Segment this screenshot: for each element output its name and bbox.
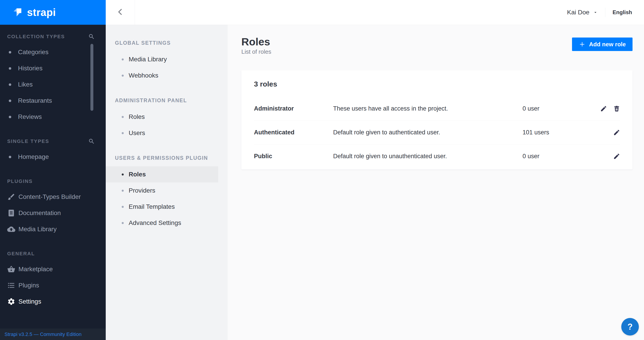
language-button[interactable]: English — [612, 9, 632, 15]
search-icon[interactable] — [88, 138, 95, 145]
settings-item-label: Users — [129, 129, 145, 137]
sidebar-item-label: Histories — [18, 65, 42, 72]
bullet-icon — [9, 67, 11, 70]
main-sidebar: strapi COLLECTION TYPESCategoriesHistori… — [0, 0, 106, 340]
role-user-count: 0 user — [522, 153, 613, 160]
settings-item-administration-panel-roles[interactable]: Roles — [106, 109, 218, 125]
book-icon — [7, 209, 15, 217]
sidebar-item-documentation[interactable]: Documentation — [0, 205, 106, 221]
settings-item-global-settings-webhooks[interactable]: Webhooks — [106, 67, 218, 84]
sidebar-item-restaurants[interactable]: Restaurants — [0, 93, 106, 109]
strapi-version-link[interactable]: Strapi v3.2.5 — Community Edition — [4, 332, 82, 337]
settings-sidebar: GLOBAL SETTINGSMedia LibraryWebhooksADMI… — [106, 25, 228, 340]
settings-item-label: Webhooks — [129, 72, 158, 79]
settings-item-users-permissions-plugin-email-templates[interactable]: Email Templates — [106, 199, 218, 215]
bullet-icon — [122, 132, 124, 134]
sidebar-section-general: GENERALMarketplacePluginsSettings — [0, 250, 106, 310]
sidebar-item-label: Media Library — [18, 226, 57, 233]
sidebar-item-histories[interactable]: Histories — [0, 60, 106, 76]
edit-role-button[interactable] — [600, 105, 607, 112]
settings-item-administration-panel-users[interactable]: Users — [106, 125, 218, 141]
settings-item-label: Roles — [129, 113, 145, 120]
settings-item-users-permissions-plugin-providers[interactable]: Providers — [106, 182, 218, 199]
caret-down-icon — [593, 10, 598, 15]
bullet-icon — [122, 190, 124, 192]
add-new-role-label: Add new role — [589, 41, 626, 48]
role-description: Default role given to unauthenticated us… — [333, 153, 522, 160]
settings-item-users-permissions-plugin-advanced-settings[interactable]: Advanced Settings — [106, 215, 218, 231]
logo-wordmark: strapi — [27, 6, 56, 18]
role-user-count: 101 users — [522, 129, 613, 136]
trash-icon — [613, 105, 620, 112]
gear-icon — [7, 298, 15, 306]
sidebar-section-label: PLUGINS — [7, 178, 32, 184]
sidebar-item-reviews[interactable]: Reviews — [0, 109, 106, 125]
sidebar-item-categories[interactable]: Categories — [0, 44, 106, 60]
paintbrush-icon — [7, 193, 15, 201]
topbar: Kai Doe English — [106, 0, 644, 25]
strapi-admin-app: strapi COLLECTION TYPESCategoriesHistori… — [0, 0, 644, 340]
add-new-role-button[interactable]: Add new role — [572, 37, 632, 51]
list-icon — [7, 281, 15, 290]
settings-section-users-permissions-plugin: USERS & PERMISSIONS PLUGINRolesProviders… — [106, 155, 228, 231]
bullet-icon — [122, 206, 124, 208]
pencil-icon — [613, 129, 620, 136]
collection-types-scrollbar[interactable] — [90, 44, 93, 111]
settings-item-global-settings-media-library[interactable]: Media Library — [106, 51, 218, 67]
bullet-icon — [9, 83, 11, 86]
sidebar-item-label: Likes — [18, 81, 32, 88]
search-icon[interactable] — [88, 33, 95, 40]
sidebar-item-plugins[interactable]: Plugins — [0, 277, 106, 294]
pencil-icon — [613, 153, 620, 160]
role-user-count: 0 user — [522, 105, 600, 112]
page-title: Roles — [241, 35, 271, 48]
edit-role-button[interactable] — [613, 129, 620, 136]
sidebar-item-media-library[interactable]: Media Library — [0, 221, 106, 237]
role-actions — [613, 153, 620, 160]
sidebar-item-homepage[interactable]: Homepage — [0, 149, 106, 165]
strapi-logo[interactable]: strapi — [0, 0, 106, 25]
sidebar-section-header: GENERAL — [0, 250, 106, 257]
sidebar-item-label: Restaurants — [18, 97, 52, 104]
role-row-administrator[interactable]: AdministratorThese users have all access… — [254, 97, 620, 120]
role-row-authenticated[interactable]: AuthenticatedDefault role given to authe… — [254, 120, 620, 144]
sidebar-item-label: Content-Types Builder — [18, 193, 81, 200]
sidebar-item-marketplace[interactable]: Marketplace — [0, 261, 106, 277]
sidebar-item-settings[interactable]: Settings — [0, 294, 106, 310]
role-actions — [613, 129, 620, 136]
sidebar-item-label: Reviews — [18, 113, 42, 120]
sidebar-item-label: Plugins — [18, 282, 39, 289]
bullet-icon — [9, 99, 11, 102]
collapse-sidebar-button[interactable] — [106, 0, 135, 25]
bullet-icon — [122, 58, 124, 60]
settings-item-users-permissions-plugin-roles[interactable]: Roles — [106, 166, 218, 182]
main-sidebar-nav: COLLECTION TYPESCategoriesHistoriesLikes… — [0, 25, 106, 329]
user-name: Kai Doe — [567, 9, 590, 16]
role-description: Default role given to authenticated user… — [333, 129, 522, 136]
bullet-icon — [9, 116, 11, 118]
page-title-block: Roles List of roles — [241, 35, 271, 55]
role-description: These users have all access in the proje… — [333, 105, 522, 112]
bullet-icon — [122, 173, 124, 176]
sidebar-item-likes[interactable]: Likes — [0, 76, 106, 93]
roles-card: 3 roles AdministratorThese users have al… — [241, 70, 632, 169]
edit-role-button[interactable] — [613, 153, 620, 160]
settings-item-label: Email Templates — [129, 203, 175, 210]
settings-item-label: Advanced Settings — [129, 219, 181, 227]
delete-role-button[interactable] — [613, 105, 620, 112]
sidebar-item-content-types-builder[interactable]: Content-Types Builder — [0, 189, 106, 205]
topbar-divider — [605, 8, 605, 17]
user-menu[interactable]: Kai Doe — [567, 9, 598, 16]
pencil-icon — [600, 105, 607, 112]
settings-section-global-settings: GLOBAL SETTINGSMedia LibraryWebhooks — [106, 39, 228, 84]
page-subtitle: List of roles — [241, 48, 271, 55]
help-button[interactable]: ? — [621, 318, 639, 336]
role-row-public[interactable]: PublicDefault role given to unauthentica… — [254, 144, 620, 168]
sidebar-item-label: Homepage — [18, 153, 49, 160]
sidebar-section-label: SINGLE TYPES — [7, 138, 49, 144]
page-header: Roles List of roles Add new role — [241, 35, 632, 55]
sidebar-section-label: COLLECTION TYPES — [7, 34, 65, 39]
sidebar-section-header: COLLECTION TYPES — [0, 33, 106, 40]
settings-item-label: Media Library — [129, 56, 167, 63]
topbar-right: Kai Doe English — [567, 8, 644, 17]
